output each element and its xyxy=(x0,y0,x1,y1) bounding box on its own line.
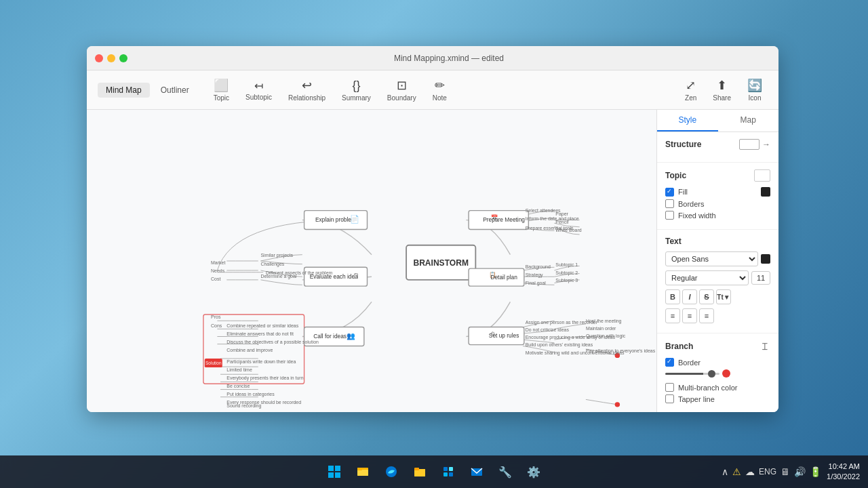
taskbar-tools[interactable]: 🔧 xyxy=(493,460,517,484)
format-row: B I S Tt▼ xyxy=(665,289,770,304)
tool-summary[interactable]: {} Summary xyxy=(336,76,376,104)
monitor-icon[interactable]: 🖥 xyxy=(781,466,790,477)
svg-text:Strategy: Strategy xyxy=(526,272,543,278)
text-title: Text xyxy=(665,237,770,246)
text-more-button[interactable]: Tt▼ xyxy=(716,289,731,304)
taskbar-store[interactable] xyxy=(436,460,460,484)
text-color-swatch[interactable] xyxy=(761,254,770,264)
tab-mind-map[interactable]: Mind Map xyxy=(98,83,150,98)
battery-icon[interactable]: 🔋 xyxy=(810,466,821,477)
multi-branch-checkbox[interactable] xyxy=(665,383,674,392)
taskbar-mail[interactable] xyxy=(465,460,489,484)
fixed-width-row: Fixed width xyxy=(665,211,770,220)
taskbar-right: ∧ ⚠ ☁ ENG 🖥 🔊 🔋 10:42 AM 1/30/2022 xyxy=(722,462,860,483)
svg-text:Question with logic: Question with logic xyxy=(586,333,626,339)
font-select[interactable]: Open Sans xyxy=(665,251,758,266)
panel-tab-style[interactable]: Style xyxy=(657,110,718,131)
clock-date: 1/30/2022 xyxy=(827,472,860,482)
tool-zen[interactable]: ⤢ Zen xyxy=(679,75,702,104)
window-title: Mind Mapping.xmind — edited xyxy=(127,54,770,63)
canvas-area[interactable]: Solution BRAINSTORM Explain problem 📄 Ev… xyxy=(87,110,656,412)
tool-relationship[interactable]: ↩ Relationship xyxy=(283,75,331,104)
tool-share[interactable]: ⬆ Share xyxy=(707,75,736,104)
tool-topic[interactable]: ⬜ Topic xyxy=(208,75,235,104)
topic-color-swatch[interactable] xyxy=(754,169,770,182)
svg-rect-67 xyxy=(335,466,340,471)
close-button[interactable] xyxy=(95,54,103,62)
tool-icon[interactable]: 🔄 Icon xyxy=(742,75,768,104)
svg-text:Set up rules: Set up rules xyxy=(489,332,519,339)
borders-checkbox[interactable] xyxy=(665,199,674,208)
svg-rect-69 xyxy=(335,472,340,478)
tool-boundary[interactable]: ⊡ Boundary xyxy=(382,75,422,104)
svg-text:Challenges: Challenges xyxy=(260,262,284,267)
svg-text:Background: Background xyxy=(526,264,551,270)
align-right-button[interactable]: ≡ xyxy=(699,308,714,323)
lang-label[interactable]: ENG xyxy=(759,467,776,476)
branch-icon[interactable]: ⌶ xyxy=(758,340,770,352)
taskbar-edge[interactable] xyxy=(379,460,403,484)
tapper-checkbox[interactable] xyxy=(665,394,674,403)
align-left-button[interactable]: ≡ xyxy=(665,308,680,323)
align-center-button[interactable]: ≡ xyxy=(682,308,697,323)
svg-text:Different aspects of the probl: Different aspects of the problem xyxy=(266,270,333,276)
svg-text:Be concise: Be concise xyxy=(226,384,250,388)
svg-rect-72 xyxy=(357,468,362,470)
minimize-button[interactable] xyxy=(107,54,115,62)
tool-topic-label: Topic xyxy=(214,94,229,102)
svg-text:👥: 👥 xyxy=(347,331,355,340)
border-checkbox[interactable] xyxy=(665,358,674,367)
taskbar-files[interactable] xyxy=(351,460,375,484)
maximize-button[interactable] xyxy=(119,54,127,62)
svg-text:Subtopic 3: Subtopic 3 xyxy=(555,278,578,283)
fill-checkbox[interactable] xyxy=(665,188,674,197)
border-slider[interactable] xyxy=(665,373,719,375)
font-style-row: Regular xyxy=(665,270,770,285)
toolbar-tools: ⬜ Topic ↤ Subtopic ↩ Relationship {} Sum… xyxy=(208,75,768,104)
fixed-width-checkbox[interactable] xyxy=(665,211,674,220)
title-bar: Mind Mapping.xmind — edited xyxy=(87,46,778,70)
border-row: Border xyxy=(665,358,770,367)
taskbar-folder[interactable] xyxy=(408,460,432,484)
structure-arrow[interactable]: → xyxy=(762,140,770,149)
fill-color-swatch[interactable] xyxy=(761,187,770,197)
font-size-input[interactable] xyxy=(751,271,770,285)
svg-text:Maintain order: Maintain order xyxy=(586,326,616,331)
svg-rect-77 xyxy=(443,467,448,471)
taskbar-settings[interactable]: ⚙️ xyxy=(521,460,546,484)
structure-preview[interactable] xyxy=(739,139,760,150)
tool-subtopic[interactable]: ↤ Subtopic xyxy=(240,77,277,104)
relationship-icon: ↩ xyxy=(302,78,312,93)
tool-subtopic-label: Subtopic xyxy=(245,94,272,101)
chevron-up-icon[interactable]: ∧ xyxy=(722,466,728,477)
cloud-icon[interactable]: ☁ xyxy=(745,466,755,477)
slider-thumb[interactable] xyxy=(708,370,715,378)
svg-text:Pencil: Pencil xyxy=(555,220,568,224)
border-color-dot[interactable] xyxy=(722,369,730,378)
svg-text:Eliminate answers that do not : Eliminate answers that do not fit xyxy=(226,331,294,336)
svg-text:Solution: Solution xyxy=(205,361,222,365)
panel-tabs: Style Map xyxy=(657,110,778,132)
svg-rect-66 xyxy=(328,466,334,471)
tab-outliner[interactable]: Outliner xyxy=(153,83,197,98)
tool-note[interactable]: ✏ Note xyxy=(427,75,452,104)
bold-button[interactable]: B xyxy=(665,289,680,304)
speaker-icon[interactable]: 🔊 xyxy=(794,466,806,477)
svg-rect-68 xyxy=(328,472,334,478)
tool-boundary-label: Boundary xyxy=(387,94,416,102)
strikethrough-button[interactable]: S xyxy=(699,289,714,304)
tool-share-label: Share xyxy=(713,94,731,102)
italic-button[interactable]: I xyxy=(682,289,697,304)
start-button[interactable] xyxy=(322,460,347,484)
branch-title: Branch ⌶ xyxy=(665,340,770,352)
tool-zen-label: Zen xyxy=(685,94,696,102)
font-style-select[interactable]: Regular xyxy=(665,270,749,285)
panel-tab-map[interactable]: Map xyxy=(718,110,779,131)
svg-text:Final goal: Final goal xyxy=(526,281,547,286)
svg-text:Limited time: Limited time xyxy=(226,367,252,372)
window-controls xyxy=(95,54,127,62)
taskbar-clock[interactable]: 10:42 AM 1/30/2022 xyxy=(827,462,860,483)
border-slider-container xyxy=(665,369,770,378)
svg-text:Put ideas in categories: Put ideas in categories xyxy=(226,392,275,397)
warning-icon[interactable]: ⚠ xyxy=(732,466,741,477)
